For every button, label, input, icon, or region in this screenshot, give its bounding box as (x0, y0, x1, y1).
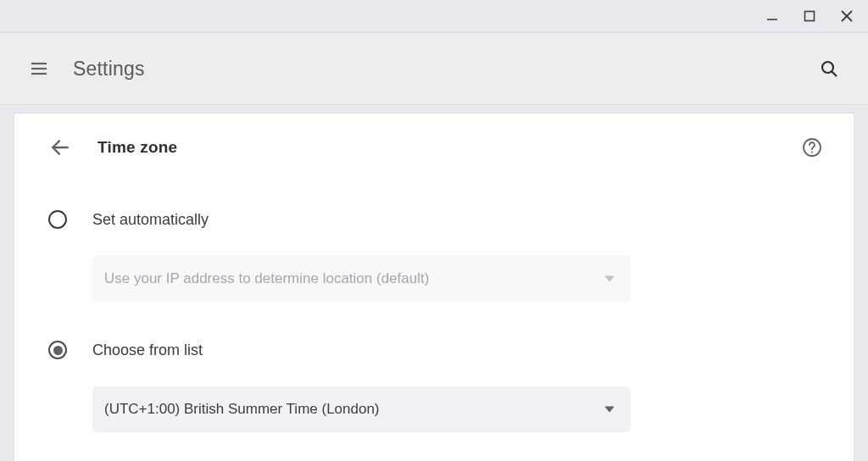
back-button[interactable] (48, 136, 72, 159)
dropdown-selected-text: (UTC+1:00) British Summer Time (London) (104, 401, 595, 418)
help-icon (802, 137, 822, 158)
chevron-down-icon (604, 403, 615, 415)
chevron-down-icon (604, 273, 615, 285)
dropdown-selected-text: Use your IP address to determine locatio… (104, 270, 595, 287)
settings-panel: Time zone Set automatically Use your IP … (14, 114, 854, 461)
window-maximize-button[interactable] (800, 7, 819, 25)
radio-set-automatically[interactable] (48, 210, 67, 229)
option-label: Choose from list (92, 342, 203, 359)
svg-line-8 (832, 72, 837, 77)
help-button[interactable] (801, 136, 823, 158)
option-choose-from-list[interactable]: Choose from list (48, 329, 823, 368)
maximize-icon (804, 10, 815, 22)
app-header: Settings (0, 32, 868, 105)
svg-point-11 (811, 152, 813, 153)
window-minimize-button[interactable] (763, 7, 782, 25)
window-titlebar (0, 0, 868, 32)
search-button[interactable] (817, 57, 841, 81)
hamburger-icon (29, 58, 49, 79)
option-set-automatically[interactable]: Set automatically (48, 198, 823, 237)
search-icon (819, 58, 839, 79)
svg-marker-13 (605, 407, 614, 412)
minimize-icon (765, 9, 779, 23)
option-label: Set automatically (92, 211, 209, 229)
dropdown-timezone-list[interactable]: (UTC+1:00) British Summer Time (London) (92, 386, 631, 432)
arrow-left-icon (49, 136, 71, 158)
radio-choose-from-list[interactable] (48, 341, 67, 359)
svg-marker-12 (605, 276, 614, 281)
close-icon (840, 9, 854, 23)
svg-rect-1 (805, 12, 815, 21)
window-close-button[interactable] (837, 7, 856, 25)
app-title: Settings (73, 58, 145, 81)
menu-button[interactable] (29, 58, 49, 79)
page-title: Time zone (97, 138, 177, 157)
svg-point-7 (822, 62, 833, 73)
page-header: Time zone (45, 136, 823, 159)
timezone-options: Set automatically Use your IP address to… (45, 198, 823, 451)
dropdown-auto-location: Use your IP address to determine locatio… (92, 256, 631, 302)
